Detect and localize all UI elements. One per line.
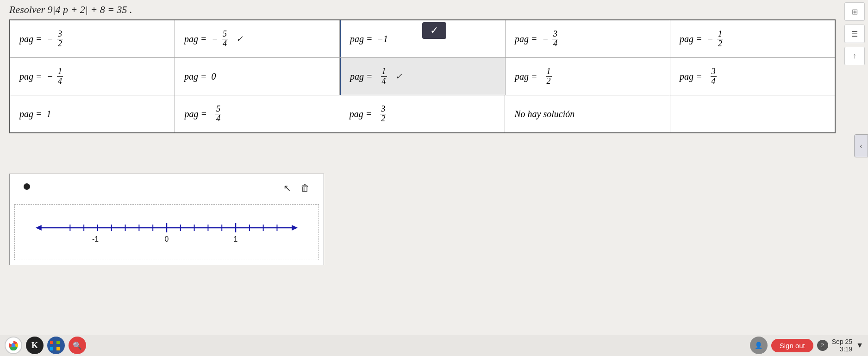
- number-line-area: -1 0 1: [14, 204, 319, 260]
- answer-cell-r1c1[interactable]: pag = 0: [175, 58, 340, 95]
- cell-content: pag = 3 2: [350, 105, 387, 124]
- cell-content: pag = − 3 4: [515, 30, 559, 49]
- cell-label: pag =: [515, 34, 540, 44]
- answer-cell-r1c2[interactable]: pag = 1 4 ✓: [340, 58, 506, 95]
- neg-sign: −: [707, 34, 714, 44]
- cell-label: pag = −1: [350, 34, 388, 44]
- cell-content: pag = 1 2: [515, 67, 553, 86]
- cell-content: pag = 1 4 ✓: [350, 67, 402, 86]
- answer-cell-r2c4[interactable]: [670, 95, 835, 132]
- svg-point-23: [12, 344, 15, 347]
- cell-label: pag =: [350, 109, 377, 119]
- taskbar-date: Sep 25: [832, 338, 852, 345]
- fraction: 5 4: [222, 30, 228, 49]
- cell-label: pag =: [19, 34, 44, 44]
- notification-badge[interactable]: 2: [817, 340, 828, 351]
- cell-content: pag = − 1 2: [680, 30, 724, 49]
- cell-label: pag = 0: [184, 71, 216, 82]
- cell-label: pag =: [184, 34, 209, 44]
- fraction: 1 4: [57, 67, 63, 86]
- cell-content: pag = 3 4: [680, 67, 718, 86]
- checkmark-icon: ✓: [395, 71, 402, 81]
- svg-marker-2: [292, 225, 298, 231]
- fraction: 3 2: [57, 30, 63, 49]
- answer-cell-r1c0[interactable]: pag = − 1 4: [10, 58, 175, 95]
- panel-btn-3[interactable]: ↑: [844, 47, 865, 65]
- cell-label: pag =: [515, 71, 542, 82]
- cell-label: pag =: [680, 71, 707, 82]
- answer-cell-r2c0[interactable]: pag = 1: [10, 95, 175, 132]
- neg-sign: −: [47, 71, 54, 82]
- panel-btn-1[interactable]: ⊞: [844, 2, 865, 21]
- answer-cell-r2c2[interactable]: pag = 3 2: [340, 95, 505, 132]
- cell-content: pag = − 1 4: [19, 67, 64, 86]
- fraction: 1 4: [381, 67, 387, 86]
- taskbar-time: 3:19: [832, 345, 852, 353]
- cell-content: pag = 1: [19, 109, 51, 119]
- grid-row: pag = − 1 4 pag = 0 pag = 1: [10, 58, 835, 95]
- cell-label: pag =: [350, 71, 377, 82]
- taskbar: K 🔍 👤 Sign out 2 Sep 25 3:19 ▼: [0, 335, 868, 356]
- sign-out-button[interactable]: Sign out: [771, 339, 813, 352]
- nl-dot: [24, 183, 30, 190]
- check-button[interactable]: [422, 22, 446, 39]
- neg-sign: −: [212, 34, 219, 44]
- grid-row: pag = 1 pag = 5 4 pag = 3 2: [10, 95, 835, 132]
- svg-text:0: 0: [165, 235, 169, 243]
- answer-cell-r0c0[interactable]: pag = − 3 2: [10, 20, 175, 57]
- fraction: 1 2: [717, 30, 723, 49]
- answer-cell-r2c3[interactable]: No hay solución: [505, 95, 670, 132]
- fraction: 3 4: [711, 67, 717, 86]
- answer-cell-r0c4[interactable]: pag = − 1 2: [670, 20, 835, 57]
- cell-label: pag =: [19, 71, 44, 82]
- trash-icon[interactable]: 🗑: [300, 183, 310, 194]
- microsoft-icon[interactable]: [47, 337, 65, 354]
- wifi-icon: ▼: [856, 341, 863, 350]
- cell-content: No hay solución: [514, 109, 575, 119]
- cell-content: pag = −1: [350, 34, 388, 44]
- nl-header: ↖ 🗑: [14, 179, 319, 202]
- cell-label: No hay solución: [514, 109, 575, 119]
- svg-marker-1: [36, 225, 42, 231]
- number-line-svg: -1 0 1: [24, 212, 309, 249]
- answer-cell-r0c3[interactable]: pag = − 3 4: [506, 20, 670, 57]
- svg-text:-1: -1: [92, 235, 99, 243]
- cell-content: pag = 0: [184, 71, 216, 82]
- neg-sign: −: [543, 34, 549, 44]
- cell-content: pag = − 5 4 ✓: [184, 30, 243, 49]
- checkmark-icon: ✓: [236, 34, 243, 44]
- khan-academy-icon[interactable]: K: [26, 337, 44, 354]
- collapse-button[interactable]: ‹: [854, 134, 868, 157]
- problem-statement: Resolver 9|4 p + 2| + 8 = 35 .: [9, 4, 132, 16]
- cell-label: pag =: [184, 109, 212, 119]
- cursor-icon: ↖: [283, 182, 291, 194]
- taskbar-datetime: Sep 25 3:19: [832, 338, 852, 353]
- cell-label: pag = 1: [19, 109, 51, 119]
- fraction: 3 4: [552, 30, 558, 49]
- fraction: 1 2: [546, 67, 552, 86]
- fraction: 5 4: [215, 105, 221, 124]
- cell-content: pag = − 3 2: [19, 30, 64, 49]
- answer-cell-r1c3[interactable]: pag = 1 2: [506, 58, 670, 95]
- answer-cell-r2c1[interactable]: pag = 5 4: [175, 95, 340, 132]
- svg-text:1: 1: [234, 235, 238, 243]
- chrome-icon[interactable]: [5, 337, 22, 354]
- fraction: 3 2: [380, 105, 386, 124]
- answer-cell-r1c4[interactable]: pag = 3 4: [670, 58, 835, 95]
- cell-label: pag =: [680, 34, 705, 44]
- cell-content: pag = 5 4: [184, 105, 222, 124]
- search-icon-btn[interactable]: 🔍: [69, 337, 86, 354]
- panel-btn-2[interactable]: ☰: [844, 25, 865, 43]
- neg-sign: −: [47, 34, 54, 44]
- profile-icon[interactable]: 👤: [750, 337, 768, 354]
- answer-cell-r0c1[interactable]: pag = − 5 4 ✓: [175, 20, 340, 57]
- number-line-container: ↖ 🗑: [9, 174, 324, 265]
